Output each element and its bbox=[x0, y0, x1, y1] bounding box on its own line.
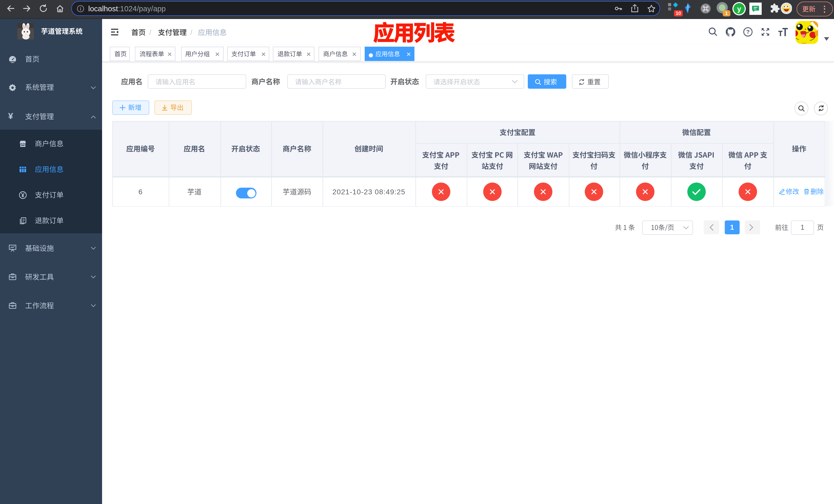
svg-text:y: y bbox=[737, 5, 741, 13]
svg-text:?: ? bbox=[746, 29, 749, 35]
